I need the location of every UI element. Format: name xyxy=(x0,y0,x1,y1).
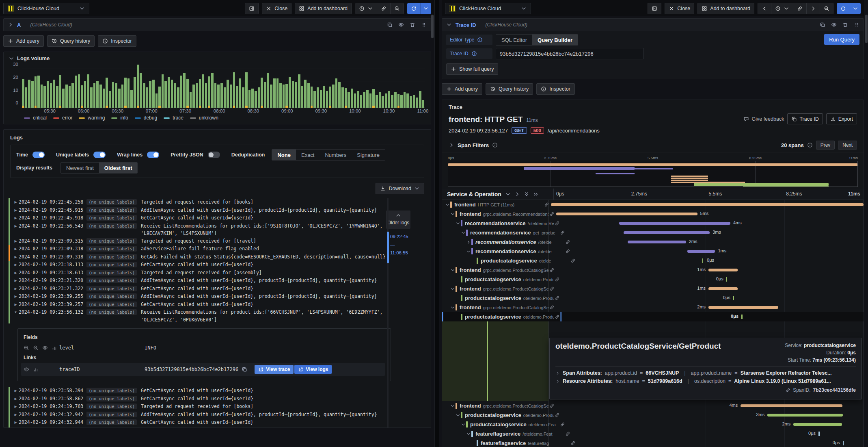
span-row-frontend[interactable]: frontendgrpc.oteldemo.ProductCatalogServ… xyxy=(442,401,864,410)
view-trace-button[interactable]: View trace xyxy=(255,365,294,374)
span-link-icon[interactable] xyxy=(560,422,565,427)
editor-type-option-query-builder[interactable]: Query Builder xyxy=(532,35,578,45)
right-pane-scrollbar[interactable] xyxy=(865,15,868,43)
chevron-down-icon[interactable] xyxy=(466,249,471,254)
toggle-field-icon[interactable] xyxy=(42,345,48,351)
chevron-right-icon[interactable]: ▶ xyxy=(13,198,19,206)
span-row-recommendationservice[interactable]: recommendationservice/oteldemo.Reco4ms xyxy=(442,219,864,228)
log-row[interactable]: ▶2024-02-19 09:24:32.942(no unique label… xyxy=(9,411,431,419)
drag-handle-icon[interactable] xyxy=(421,22,427,28)
collapse-query-icon[interactable] xyxy=(446,22,452,28)
expand-all-icon[interactable] xyxy=(533,191,539,197)
log-row[interactable]: ▶2024-02-19 09:23:58.394(no unique label… xyxy=(9,387,431,395)
run-query-refresh-button[interactable] xyxy=(837,3,861,14)
next-span-button[interactable]: Next xyxy=(838,141,857,150)
add-query-button[interactable]: Add query xyxy=(442,83,482,95)
legend-item-trace[interactable]: trace xyxy=(164,115,184,121)
chevron-right-icon[interactable]: ▶ xyxy=(13,261,19,269)
span-duration-tick[interactable] xyxy=(733,296,734,300)
span-link-icon[interactable] xyxy=(549,267,555,273)
prev-span-button[interactable]: Prev xyxy=(816,141,835,150)
span-duration-bar[interactable] xyxy=(793,423,842,426)
chevron-down-icon[interactable] xyxy=(460,230,466,235)
chevron-right-icon[interactable] xyxy=(466,240,471,245)
chevron-down-icon[interactable] xyxy=(445,202,450,207)
span-link-icon[interactable] xyxy=(549,211,555,217)
span-duration-bar[interactable] xyxy=(687,250,715,253)
span-duration-tick[interactable] xyxy=(818,432,820,436)
chevron-right-icon[interactable]: ▶ xyxy=(13,206,19,215)
show-full-query-button[interactable]: Show full query xyxy=(446,63,498,75)
add-query-button[interactable]: Add query xyxy=(3,35,44,47)
unique-labels-toggle[interactable] xyxy=(93,152,106,158)
span-row-featureflagservice[interactable]: featureflagservice/oteldemo.Feat0μs xyxy=(442,429,864,438)
log-row[interactable]: ▶2024-02-19 09:22:45.258(no unique label… xyxy=(9,198,431,206)
log-scrollbar-thumb[interactable] xyxy=(387,232,389,263)
span-filters-label[interactable]: Span Filters xyxy=(458,142,489,148)
expand-one-icon[interactable] xyxy=(514,191,520,197)
split-pane-button[interactable] xyxy=(245,3,259,14)
span-duration-bar[interactable] xyxy=(708,287,738,290)
span-link-icon[interactable] xyxy=(549,286,555,291)
run-query-refresh-button[interactable] xyxy=(407,3,431,14)
span-duration-tick[interactable] xyxy=(726,277,728,282)
chevron-down-icon[interactable]: ▼ xyxy=(13,308,19,323)
chevron-down-icon[interactable] xyxy=(450,286,456,291)
chevron-down-icon[interactable] xyxy=(460,422,466,427)
query-history-button[interactable]: Query history xyxy=(486,83,533,95)
log-row[interactable]: ▶2024-02-19 09:23:09.318(no unique label… xyxy=(9,253,431,261)
span-duration-bar[interactable] xyxy=(624,231,710,234)
inspector-button[interactable]: Inspector xyxy=(536,83,574,95)
time-shift-forward-button[interactable] xyxy=(807,3,820,14)
query-ref[interactable]: A xyxy=(17,22,21,28)
add-to-dashboard-button[interactable]: Add to dashboard xyxy=(697,3,754,14)
legend-item-error[interactable]: error xyxy=(53,115,72,121)
logs-volume-chart[interactable]: 0102030 xyxy=(22,65,425,108)
span-duration-bar[interactable] xyxy=(619,222,730,225)
log-row[interactable]: ▼2024-02-19 09:23:56.132(no unique label… xyxy=(9,308,431,323)
give-feedback-button[interactable]: Give feedback xyxy=(743,116,784,122)
span-link-icon[interactable] xyxy=(570,258,576,263)
span-duration-bar[interactable] xyxy=(708,306,778,309)
span-link-icon[interactable] xyxy=(555,314,560,319)
span-duration-bar[interactable] xyxy=(628,241,686,243)
prettify-json-toggle[interactable] xyxy=(208,152,220,158)
span-id-row[interactable]: SpanID: 7b23cec443156dfe xyxy=(555,387,856,393)
span-link-icon[interactable] xyxy=(555,412,560,418)
span-link-icon[interactable] xyxy=(549,403,555,408)
legend-item-warning[interactable]: warning xyxy=(79,115,105,121)
chevron-down-icon[interactable] xyxy=(455,413,461,418)
log-row[interactable]: ▶2024-02-19 09:23:39.257(no unique label… xyxy=(9,301,431,309)
span-attributes-row[interactable]: Span Attributes: app.product.id = 66VCHS… xyxy=(555,370,856,376)
log-row[interactable]: ▶2024-02-19 09:22:45.918(no unique label… xyxy=(9,214,431,222)
chevron-down-icon[interactable] xyxy=(466,432,471,436)
log-row[interactable]: ▶2024-02-19 09:23:18.613(no unique label… xyxy=(9,269,431,277)
span-row-productcatalogservice[interactable]: productcatalogserviceoteldemo.Produc0μs xyxy=(442,275,864,284)
trace-minimap[interactable]: 0μs2.75ms5.5ms8.25ms11ms xyxy=(448,156,858,187)
chevron-right-icon[interactable]: ▶ xyxy=(13,427,19,428)
span-duration-bar[interactable] xyxy=(556,213,697,215)
span-duration-bar[interactable] xyxy=(708,269,738,271)
span-duration-tick[interactable] xyxy=(702,258,704,263)
log-row[interactable]: ▶2024-02-19 09:23:21.320(no unique label… xyxy=(9,277,431,285)
chevron-right-icon[interactable]: ▶ xyxy=(13,269,19,277)
log-row[interactable]: ▶2024-02-19 09:23:18.113(no unique label… xyxy=(9,261,431,269)
span-link-icon[interactable] xyxy=(565,249,570,254)
chevron-down-icon[interactable] xyxy=(455,221,461,226)
log-row[interactable]: ▶2024-02-19 09:22:45.915(no unique label… xyxy=(9,206,431,215)
chevron-right-icon[interactable]: ▶ xyxy=(13,237,19,245)
zoom-out-button[interactable] xyxy=(391,3,404,14)
time-toggle[interactable] xyxy=(32,152,45,158)
log-row[interactable]: ▶2024-02-19 09:22:56.543(no unique label… xyxy=(9,222,431,237)
span-link-icon[interactable] xyxy=(565,239,570,245)
stats-icon[interactable] xyxy=(33,367,39,372)
time-shift-back-button[interactable] xyxy=(758,3,771,14)
trace-id-input[interactable]: 93b5d327129815e4bb26bc74e2b17296 xyxy=(496,48,644,59)
chevron-right-icon[interactable]: ▶ xyxy=(13,245,19,253)
span-row-productcatalogservice[interactable]: productcatalogserviceotelde0μs xyxy=(442,256,864,265)
duplicate-query-icon[interactable] xyxy=(820,22,825,28)
dedup-option-none[interactable]: None xyxy=(272,150,296,160)
chevron-right-icon[interactable]: ▶ xyxy=(13,387,19,395)
query-ref[interactable]: Trace ID xyxy=(456,22,476,28)
collapse-query-icon[interactable] xyxy=(8,22,13,28)
